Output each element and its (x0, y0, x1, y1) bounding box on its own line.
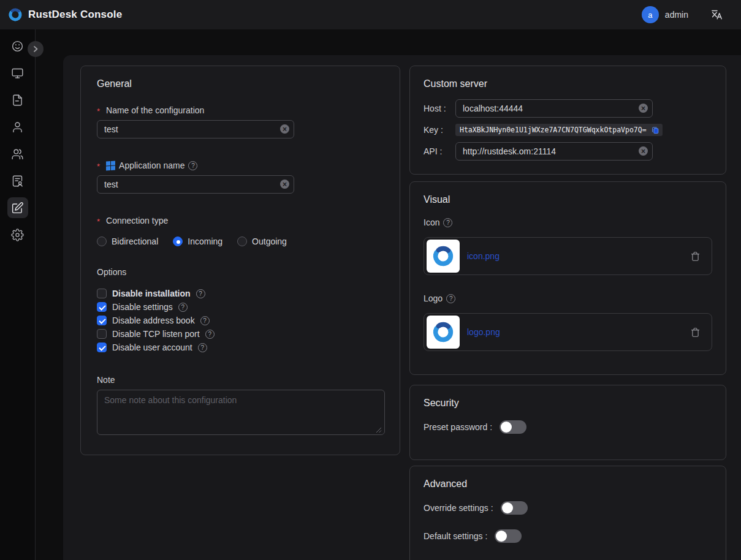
application-name-clear-icon[interactable] (280, 180, 289, 189)
icon-file-link[interactable]: icon.png (467, 251, 500, 261)
chevron-right-icon (32, 45, 39, 53)
logo-file-row: logo.png (424, 313, 712, 351)
logo-file-link[interactable]: logo.png (467, 327, 500, 337)
application-name-label-text: Application name (119, 161, 184, 170)
checkbox-disable-address-book[interactable]: Disable address book (97, 314, 384, 327)
sidebar-collapse-button[interactable] (28, 41, 44, 57)
default-settings-toggle[interactable] (495, 529, 522, 543)
key-value: HtaXBkJNHyn0e1U1jWXze7A7CN7QTGWqxkOtpaVp… (460, 126, 648, 134)
radio-outgoing[interactable]: Outgoing (237, 236, 287, 246)
checkbox-disable-user-account-box (97, 342, 107, 352)
logo-upload-help-icon[interactable] (446, 294, 455, 303)
connection-type-radio-group: Bidirectional Incoming Outgoing (97, 235, 384, 248)
advanced-card: Advanced Override settings : Default set… (409, 466, 726, 560)
sidebar-item-devices[interactable] (7, 62, 28, 83)
radio-incoming-circle (173, 236, 183, 246)
security-title: Security (424, 398, 712, 409)
users-icon (11, 148, 24, 161)
general-card-title: General (97, 78, 384, 89)
sidebar-item-groups[interactable] (7, 143, 28, 164)
radio-outgoing-circle (237, 236, 247, 246)
preset-password-toggle-knob (501, 422, 512, 433)
note-textarea-wrap (97, 390, 384, 435)
disable-settings-help-icon[interactable] (178, 303, 188, 312)
connection-type-label-text: Connection type (106, 216, 168, 225)
options-label: Options (97, 266, 384, 278)
sidebar-item-sessions[interactable] (7, 170, 28, 191)
api-input[interactable] (455, 142, 653, 161)
topbar: RustDesk Console a admin (0, 0, 741, 29)
logo-upload-label: Logo (424, 292, 712, 305)
main-panel: General Name of the configuration Applic… (63, 55, 741, 560)
radio-outgoing-label: Outgoing (252, 236, 287, 246)
checkbox-disable-installation[interactable]: Disable installation (97, 287, 384, 300)
edit-icon (11, 202, 24, 214)
icon-upload-label-text: Icon (424, 218, 439, 227)
sidebar-item-users[interactable] (7, 116, 28, 137)
host-input[interactable] (455, 99, 653, 118)
checkbox-disable-installation-box (97, 289, 107, 298)
sidebar (0, 29, 36, 560)
custom-server-title: Custom server (424, 78, 712, 89)
default-settings-label: Default settings : (424, 531, 487, 541)
radio-incoming-label: Incoming (188, 236, 222, 246)
checkbox-disable-tcp-listen-port[interactable]: Disable TCP listen port (97, 327, 384, 341)
note-textarea[interactable] (97, 390, 385, 435)
icon-upload-label: Icon (424, 216, 712, 229)
custom-server-card: Custom server Host : Key : HtaXBkJNHyn0e… (409, 66, 726, 175)
host-label: Host : (424, 104, 455, 113)
connection-type-label: Connection type (97, 214, 384, 227)
default-settings-row: Default settings : (424, 528, 712, 545)
gear-icon (11, 229, 24, 241)
key-row: Key : HtaXBkJNHyn0e1U1jWXze7A7CN7QTGWqxk… (424, 124, 712, 136)
application-name-label: Application name (97, 159, 384, 172)
options-label-text: Options (97, 267, 126, 277)
icon-file-row: icon.png (424, 237, 712, 275)
checkbox-disable-tcp-listen-port-box (97, 329, 107, 339)
checkbox-disable-user-account[interactable]: Disable user account (97, 341, 384, 354)
disable-tcp-listen-port-help-icon[interactable] (205, 330, 215, 339)
note-label: Note (97, 374, 384, 386)
icon-upload-help-icon[interactable] (443, 218, 452, 227)
sidebar-item-dashboard[interactable] (7, 36, 28, 56)
host-clear-icon[interactable] (639, 104, 648, 113)
user-avatar[interactable]: a (642, 6, 659, 23)
logo-upload-label-text: Logo (424, 293, 443, 303)
radio-bidirectional[interactable]: Bidirectional (97, 236, 158, 246)
app-title: RustDesk Console (28, 9, 122, 21)
disable-address-book-help-icon[interactable] (200, 316, 210, 325)
api-clear-icon[interactable] (639, 146, 648, 156)
radio-incoming[interactable]: Incoming (173, 236, 222, 246)
username[interactable]: admin (665, 10, 688, 20)
icon-delete-trash-icon[interactable] (690, 251, 701, 262)
sidebar-item-custom-clients[interactable] (7, 197, 28, 218)
checkbox-disable-address-book-label: Disable address book (112, 316, 195, 325)
api-input-wrap (455, 142, 653, 161)
sidebar-item-settings[interactable] (7, 224, 28, 245)
advanced-title: Advanced (424, 479, 712, 490)
host-row: Host : (424, 99, 712, 118)
disable-installation-help-icon[interactable] (196, 289, 205, 298)
visual-title: Visual (424, 194, 712, 205)
application-name-input[interactable] (97, 175, 294, 194)
checkbox-disable-settings[interactable]: Disable settings (97, 300, 384, 314)
preset-password-toggle[interactable] (500, 420, 526, 434)
disable-user-account-help-icon[interactable] (198, 343, 207, 352)
logo-delete-trash-icon[interactable] (690, 327, 701, 338)
user-icon (11, 121, 24, 134)
copy-icon[interactable] (651, 126, 659, 134)
application-name-input-wrap (97, 175, 294, 194)
preset-password-label: Preset password : (424, 422, 492, 432)
checkbox-disable-tcp-listen-port-label: Disable TCP listen port (112, 329, 200, 339)
name-input[interactable] (97, 120, 294, 138)
name-clear-icon[interactable] (280, 124, 289, 134)
sidebar-item-audit[interactable] (7, 89, 28, 110)
rustdesk-logo-icon (7, 7, 23, 23)
application-name-help-icon[interactable] (188, 161, 197, 170)
general-card: General Name of the configuration Applic… (80, 66, 400, 455)
note-label-text: Note (97, 375, 115, 385)
visual-card: Visual Icon icon.png Logo (409, 181, 726, 375)
override-settings-toggle[interactable] (501, 501, 528, 515)
rustdesk-logo-icon (431, 244, 455, 268)
language-switcher-button[interactable] (710, 8, 724, 21)
